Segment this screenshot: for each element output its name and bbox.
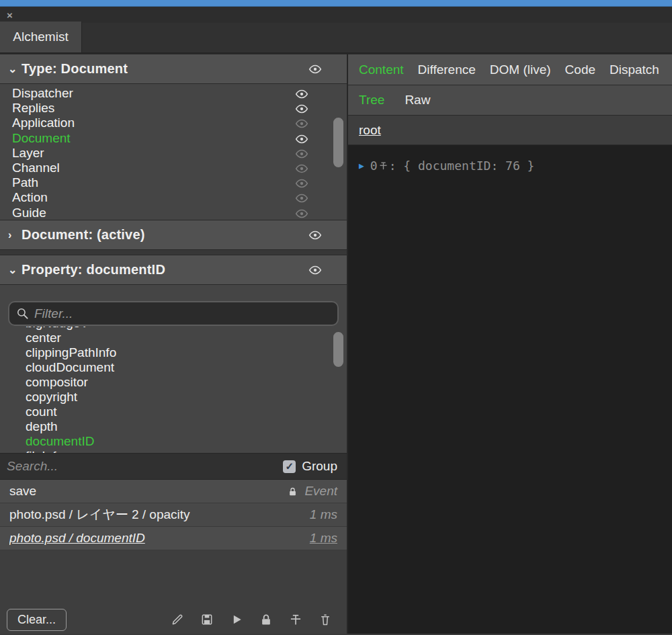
tab-dom-live[interactable]: DOM (live) — [490, 62, 551, 77]
right-panel: Content Difference DOM (live) Code Dispa… — [347, 54, 672, 634]
tree-node-index: 0 — [370, 159, 378, 173]
log-meta: 1 ms — [310, 507, 337, 522]
close-icon[interactable]: × — [7, 10, 13, 20]
view-subtab-bar: Tree Raw — [348, 85, 672, 116]
bottom-toolbar: Clear... — [0, 605, 347, 634]
filter-field[interactable] — [8, 301, 339, 326]
section-title: Document: (active) — [22, 227, 145, 243]
log-row-documentid-selected[interactable]: photo.psd / documentID 1 ms — [0, 527, 347, 550]
save-archive-icon[interactable] — [200, 613, 214, 627]
section-title: Type: Document — [22, 61, 128, 77]
tree-content: ▶ 0 : { documentID: 76 } — [348, 145, 672, 634]
property-item[interactable]: compositor — [0, 375, 347, 390]
tab-alchemist[interactable]: Alchemist — [0, 22, 82, 52]
group-checkbox-label: Group — [302, 459, 337, 474]
type-item-path[interactable]: Path — [0, 175, 347, 190]
type-item-application[interactable]: Application — [0, 116, 347, 130]
panel-tab-bar: Alchemist — [0, 23, 672, 54]
filter-input[interactable] — [34, 306, 331, 321]
eye-icon[interactable] — [294, 161, 309, 176]
type-list: Dispatcher Replies Application Document … — [0, 84, 347, 220]
property-list-scrollbar[interactable] — [333, 332, 343, 367]
section-header-type[interactable]: ⌄ Type: Document — [0, 54, 347, 84]
property-list: bigNudgeV center clippingPathInfo cloudD… — [0, 327, 347, 453]
search-row: ✓ Group — [0, 453, 347, 480]
type-item-layer[interactable]: Layer — [0, 146, 347, 161]
eye-icon[interactable] — [294, 206, 309, 220]
titlebar: × — [0, 7, 672, 23]
property-item[interactable]: cloudDocument — [0, 360, 347, 375]
tab-content[interactable]: Content — [359, 62, 404, 77]
subtab-raw[interactable]: Raw — [405, 93, 430, 108]
log-meta: Event — [304, 484, 337, 499]
chevron-down-icon[interactable]: ⌄ — [8, 263, 19, 276]
eye-icon[interactable] — [294, 132, 309, 146]
eye-icon[interactable] — [294, 87, 309, 101]
trash-icon[interactable] — [318, 613, 332, 627]
tab-dispatch[interactable]: Dispatch — [610, 62, 659, 77]
subtab-tree[interactable]: Tree — [359, 93, 384, 108]
tab-difference[interactable]: Difference — [418, 62, 476, 77]
window-top-edge — [0, 0, 672, 7]
property-item[interactable]: center — [0, 331, 347, 345]
chevron-down-icon[interactable]: ⌄ — [8, 62, 19, 75]
eye-icon[interactable] — [294, 191, 309, 206]
content-tab-bar: Content Difference DOM (live) Code Dispa… — [348, 54, 672, 85]
eye-icon[interactable] — [294, 101, 309, 116]
property-item[interactable]: count — [0, 405, 347, 419]
log-meta: 1 ms — [310, 531, 337, 546]
property-item-selected[interactable]: documentID — [0, 434, 347, 449]
chevron-right-icon[interactable]: › — [8, 229, 19, 241]
breadcrumb-row: root — [348, 116, 672, 145]
edit-pencil-icon[interactable] — [170, 613, 184, 627]
log-empty-area — [0, 550, 347, 605]
pin-icon[interactable] — [378, 161, 388, 171]
property-item[interactable]: fileInfo — [0, 449, 347, 453]
expand-arrow-icon[interactable]: ▶ — [359, 161, 364, 171]
section-header-document[interactable]: › Document: (active) — [0, 220, 347, 250]
section-title: Property: documentID — [22, 262, 165, 278]
left-panel: ⌄ Type: Document Dispatcher Replies Appl… — [0, 54, 347, 634]
main-split: ⌄ Type: Document Dispatcher Replies Appl… — [0, 54, 672, 634]
pin-icon[interactable] — [288, 613, 302, 627]
lock-icon[interactable] — [259, 613, 273, 627]
lock-icon — [288, 486, 298, 497]
type-item-action[interactable]: Action — [0, 190, 347, 205]
search-icon — [16, 307, 29, 320]
type-list-scrollbar[interactable] — [333, 118, 343, 167]
property-item[interactable]: depth — [0, 419, 347, 434]
eye-icon[interactable] — [294, 176, 309, 191]
breadcrumb-root-link[interactable]: root — [359, 123, 381, 138]
type-item-dispatcher[interactable]: Dispatcher — [0, 86, 347, 101]
section-header-property[interactable]: ⌄ Property: documentID — [0, 255, 347, 285]
eye-icon[interactable] — [308, 228, 323, 243]
play-icon[interactable] — [229, 613, 243, 627]
section-gap — [0, 250, 347, 255]
tab-code[interactable]: Code — [565, 62, 595, 77]
search-input[interactable] — [7, 459, 283, 474]
property-item[interactable]: clippingPathInfo — [0, 345, 347, 360]
property-panel: bigNudgeV center clippingPathInfo cloudD… — [0, 285, 347, 453]
log-row-save[interactable]: save Event — [0, 480, 347, 503]
type-item-guide[interactable]: Guide — [0, 206, 347, 220]
type-item-replies[interactable]: Replies — [0, 101, 347, 116]
property-item[interactable]: copyright — [0, 390, 347, 405]
group-checkbox[interactable]: ✓ — [283, 460, 296, 473]
eye-icon[interactable] — [294, 146, 309, 161]
type-item-channel[interactable]: Channel — [0, 161, 347, 175]
log-row-opacity[interactable]: photo.psd / レイヤー 2 / opacity 1 ms — [0, 503, 347, 527]
eye-icon[interactable] — [308, 62, 323, 77]
eye-icon[interactable] — [308, 263, 323, 278]
tree-node-value: : { documentID: 76 } — [389, 159, 535, 173]
clear-button[interactable]: Clear... — [7, 609, 67, 631]
type-item-document[interactable]: Document — [0, 131, 347, 146]
eye-icon[interactable] — [294, 116, 309, 131]
tree-node[interactable]: ▶ 0 : { documentID: 76 } — [359, 159, 661, 173]
